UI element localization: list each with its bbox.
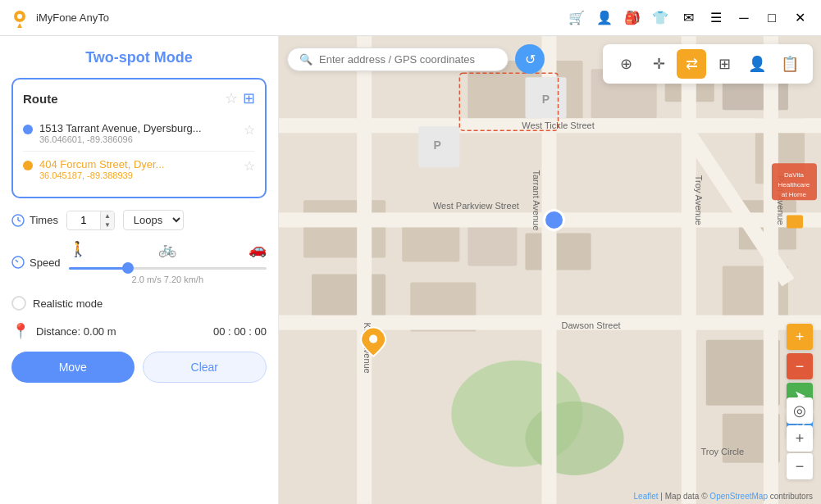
search-input-wrap: 🔍 — [287, 48, 509, 71]
point-1-name: 1513 Tarrant Avenue, Dyersburg... — [39, 122, 237, 134]
map-svg: P P West Tickle Street West Parkview Str… — [279, 36, 821, 504]
svg-line-7 — [16, 260, 18, 262]
map-container[interactable]: P P West Tickle Street West Parkview Str… — [279, 36, 821, 504]
svg-text:Dawson Street: Dawson Street — [561, 320, 620, 330]
osm-link[interactable]: OpenStreetMap — [709, 492, 768, 501]
maximize-icon[interactable]: □ — [760, 7, 783, 30]
svg-point-53 — [369, 335, 377, 343]
route-box: Route ☆ ⊞ 1513 Tarrant Avenue, Dyersburg… — [11, 78, 267, 198]
speed-thumb[interactable] — [122, 262, 134, 274]
distance-text: Distance: 0.00 m — [36, 325, 116, 338]
search-input[interactable] — [319, 53, 496, 66]
close-icon[interactable]: ✕ — [788, 7, 811, 30]
route-point-2[interactable]: 404 Forcum Street, Dyer... 36.045187, -8… — [23, 152, 255, 187]
shirt-icon[interactable]: 👕 — [649, 7, 672, 30]
times-label: Times — [11, 214, 58, 227]
car-icon: 🚗 — [249, 240, 267, 258]
route-add-icon[interactable]: ⊞ — [243, 89, 255, 107]
point-2-name: 404 Forcum Street, Dyer... — [39, 158, 237, 170]
bike-icon: 🚲 — [158, 240, 176, 258]
refresh-button[interactable]: ↺ — [515, 44, 545, 74]
point-1-star-icon[interactable]: ☆ — [244, 122, 255, 138]
user-icon[interactable]: 👤 — [593, 7, 616, 30]
minimize-icon[interactable]: ─ — [732, 7, 755, 30]
remove-pin-button[interactable]: − — [787, 353, 813, 379]
speed-value: 2.0 m/s 7.20 km/h — [69, 275, 267, 284]
realistic-checkbox[interactable] — [11, 296, 26, 311]
svg-point-52 — [544, 210, 563, 229]
speed-label: Speed — [11, 256, 61, 269]
times-down-arrow[interactable]: ▼ — [101, 220, 114, 229]
action-buttons: Move Clear — [11, 352, 267, 383]
point-2-star-icon[interactable]: ☆ — [244, 158, 255, 174]
search-bar: 🔍 ↺ — [287, 44, 545, 74]
speed-icons: 🚶 🚲 🚗 — [69, 240, 267, 258]
zoom-out-button[interactable]: − — [787, 453, 813, 479]
contributors-text: contributors — [770, 492, 813, 501]
route-label: Route — [23, 92, 58, 106]
svg-marker-2 — [17, 23, 22, 28]
svg-rect-20 — [303, 200, 385, 257]
route-header: Route ☆ ⊞ — [23, 89, 255, 107]
add-pin-button[interactable]: + — [787, 324, 813, 350]
panel-title: Two-spot Mode — [11, 49, 267, 66]
location-button[interactable]: ◎ — [787, 397, 813, 424]
bag-icon[interactable]: 🎒 — [621, 7, 644, 30]
cart-icon[interactable]: 🛒 — [565, 7, 588, 30]
svg-text:West Parkview Street: West Parkview Street — [433, 201, 519, 211]
point-1-coords: 36.046601, -89.386096 — [39, 134, 237, 144]
point-dot-orange — [23, 161, 33, 170]
app-logo — [10, 8, 30, 28]
point-dot-blue — [23, 125, 33, 134]
collapse-panel-arrow[interactable]: ◀ — [278, 254, 279, 287]
svg-text:at Home: at Home — [782, 191, 807, 198]
pin-small-icon: 📍 — [11, 322, 30, 340]
speedometer-icon — [11, 256, 25, 269]
svg-text:Tarrant Avenue: Tarrant Avenue — [531, 170, 541, 230]
times-input-wrap[interactable]: ▲ ▼ — [66, 211, 115, 230]
side-panel: Two-spot Mode Route ☆ ⊞ 1513 Tarrant Ave… — [0, 36, 279, 504]
svg-point-1 — [17, 14, 22, 19]
svg-text:P: P — [542, 93, 550, 106]
speed-control: 🚶 🚲 🚗 2.0 m/s 7.20 km/h — [69, 240, 267, 284]
svg-rect-51 — [787, 215, 803, 228]
times-up-arrow[interactable]: ▲ — [101, 211, 114, 220]
clear-button[interactable]: Clear — [143, 352, 267, 383]
svg-text:P: P — [434, 138, 441, 152]
zoom-in-button[interactable]: + — [787, 425, 813, 452]
route-mode-button[interactable]: ⇄ — [677, 49, 706, 79]
main-container: Two-spot Mode Route ☆ ⊞ 1513 Tarrant Ave… — [0, 36, 821, 504]
svg-text:West Tickle Street: West Tickle Street — [522, 120, 594, 130]
search-icon: 🔍 — [299, 53, 312, 66]
times-input[interactable] — [67, 211, 100, 229]
point-1-info: 1513 Tarrant Avenue, Dyersburg... 36.046… — [39, 122, 237, 144]
svg-line-5 — [18, 220, 21, 221]
app-title: iMyFone AnyTo — [36, 11, 565, 24]
mail-icon[interactable]: ✉ — [677, 7, 700, 30]
svg-text:Troy Avenue: Troy Avenue — [694, 175, 704, 225]
times-row: Times ▲ ▼ Loops — [11, 210, 267, 230]
map-background: P P West Tickle Street West Parkview Str… — [279, 36, 821, 504]
leaflet-link[interactable]: Leaflet — [634, 492, 659, 501]
walk-icon: 🚶 — [69, 240, 87, 258]
route-star-icon[interactable]: ☆ — [225, 89, 238, 107]
user-mode-button[interactable]: 👤 — [742, 49, 772, 79]
svg-rect-24 — [525, 233, 591, 270]
realistic-label: Realistic mode — [33, 297, 103, 310]
move-mode-button[interactable]: ✛ — [644, 49, 673, 79]
realistic-row[interactable]: Realistic mode — [11, 296, 267, 311]
svg-text:Healthcare: Healthcare — [778, 181, 810, 188]
export-button[interactable]: 📋 — [775, 49, 805, 79]
speed-slider[interactable] — [69, 261, 267, 275]
point-2-info: 404 Forcum Street, Dyer... 36.045187, -8… — [39, 158, 237, 180]
loop-select[interactable]: Loops — [123, 210, 184, 230]
title-bar-controls: 🛒 👤 🎒 👕 ✉ ☰ ─ □ ✕ — [565, 7, 811, 30]
svg-rect-31 — [682, 36, 696, 504]
crosshair-button[interactable]: ⊕ — [611, 49, 641, 79]
menu-icon[interactable]: ☰ — [705, 7, 727, 30]
time-text: 00 : 00 : 00 — [213, 325, 267, 338]
route-point-1[interactable]: 1513 Tarrant Avenue, Dyersburg... 36.046… — [23, 116, 255, 152]
map-attribution: Leaflet | Map data © OpenStreetMap contr… — [634, 492, 813, 501]
move-button[interactable]: Move — [11, 352, 135, 383]
multispot-button[interactable]: ⊞ — [709, 49, 739, 79]
